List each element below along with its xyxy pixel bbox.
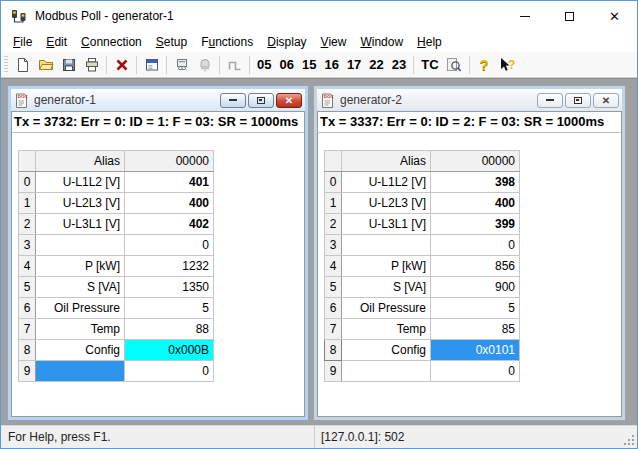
value-cell[interactable]: 398 — [431, 172, 520, 193]
menu-help[interactable]: Help — [410, 33, 449, 51]
child-restore-button[interactable] — [248, 93, 274, 108]
poll-window-generator-2[interactable]: DOC generator-2 ✕ Tx = 3337: Err = 0: ID… — [314, 86, 625, 420]
row-number[interactable]: 1 — [325, 193, 342, 214]
value-cell[interactable]: 900 — [431, 277, 520, 298]
value-cell[interactable]: 400 — [125, 193, 214, 214]
child-minimize-button[interactable] — [537, 93, 563, 108]
row-number[interactable]: 2 — [325, 214, 342, 235]
child-titlebar[interactable]: DOC generator-2 ✕ — [317, 89, 622, 111]
alias-cell[interactable]: U-L3L1 [V] — [342, 214, 431, 235]
value-cell[interactable]: 0 — [431, 361, 520, 382]
alias-cell[interactable] — [36, 235, 125, 256]
alias-cell[interactable]: Temp — [36, 319, 125, 340]
function-23-button[interactable]: 23 — [388, 57, 410, 72]
function-22-button[interactable]: 22 — [365, 57, 387, 72]
value-cell[interactable]: 399 — [431, 214, 520, 235]
tc-button[interactable]: TC — [417, 57, 442, 72]
help-question-icon[interactable]: ? — [473, 54, 496, 76]
row-number[interactable]: 0 — [325, 172, 342, 193]
row-number[interactable]: 8 — [325, 340, 342, 361]
row-number[interactable]: 2 — [19, 214, 36, 235]
alias-cell[interactable]: U-L1L2 [V] — [342, 172, 431, 193]
menu-display[interactable]: Display — [260, 33, 313, 51]
row-number[interactable]: 6 — [325, 298, 342, 319]
maximize-button[interactable] — [547, 1, 592, 31]
row-number[interactable]: 5 — [325, 277, 342, 298]
menu-connection[interactable]: Connection — [74, 33, 149, 51]
function-17-button[interactable]: 17 — [343, 57, 365, 72]
row-number[interactable]: 7 — [19, 319, 36, 340]
context-help-icon[interactable]: ? — [496, 54, 519, 76]
value-cell[interactable]: 85 — [431, 319, 520, 340]
alias-cell[interactable]: U-L1L2 [V] — [36, 172, 125, 193]
value-cell[interactable]: 400 — [431, 193, 520, 214]
toolbar-grip[interactable] — [4, 56, 8, 74]
function-06-button[interactable]: 06 — [275, 57, 297, 72]
alias-cell[interactable]: Oil Pressure — [36, 298, 125, 319]
row-number[interactable]: 3 — [19, 235, 36, 256]
function-05-button[interactable]: 05 — [253, 57, 275, 72]
row-number[interactable]: 3 — [325, 235, 342, 256]
alias-cell[interactable]: U-L3L1 [V] — [36, 214, 125, 235]
new-document-icon[interactable] — [11, 54, 34, 76]
save-floppy-icon[interactable] — [57, 54, 80, 76]
poll-definition-window-icon[interactable] — [140, 54, 163, 76]
alias-cell[interactable]: Config — [342, 340, 431, 361]
row-number[interactable]: 7 — [325, 319, 342, 340]
menu-edit[interactable]: Edit — [39, 33, 74, 51]
child-restore-button[interactable] — [565, 93, 591, 108]
monitor-icon[interactable] — [170, 54, 193, 76]
row-number[interactable]: 5 — [19, 277, 36, 298]
disconnect-x-icon[interactable] — [110, 54, 133, 76]
close-button[interactable]: ✕ — [592, 1, 637, 31]
child-minimize-button[interactable] — [220, 93, 246, 108]
alias-cell[interactable]: P [kW] — [36, 256, 125, 277]
menu-setup[interactable]: Setup — [149, 33, 194, 51]
menu-view[interactable]: View — [314, 33, 354, 51]
alias-cell[interactable] — [342, 235, 431, 256]
value-cell[interactable]: 856 — [431, 256, 520, 277]
menu-file[interactable]: File — [6, 33, 39, 51]
open-folder-icon[interactable] — [34, 54, 57, 76]
resize-grip-icon[interactable] — [624, 435, 634, 445]
poll-window-generator-1[interactable]: DOC generator-1 ✕ Tx = 3732: Err = 0: ID… — [8, 86, 308, 420]
magnifier-document-icon[interactable] — [443, 54, 466, 76]
row-number[interactable]: 9 — [325, 361, 342, 382]
print-icon[interactable] — [80, 54, 103, 76]
value-cell[interactable]: 401 — [125, 172, 214, 193]
value-cell[interactable]: 1350 — [125, 277, 214, 298]
row-number[interactable]: 1 — [19, 193, 36, 214]
menu-functions[interactable]: Functions — [194, 33, 260, 51]
value-cell[interactable]: 0 — [125, 361, 214, 382]
alias-cell[interactable]: U-L2L3 [V] — [36, 193, 125, 214]
value-cell[interactable]: 0 — [125, 235, 214, 256]
row-number[interactable]: 0 — [19, 172, 36, 193]
alias-cell[interactable]: Temp — [342, 319, 431, 340]
value-cell[interactable]: 402 — [125, 214, 214, 235]
square-wave-icon[interactable] — [223, 54, 246, 76]
value-cell[interactable]: 0 — [431, 235, 520, 256]
value-cell[interactable]: 5 — [125, 298, 214, 319]
alias-cell[interactable]: S [VA] — [36, 277, 125, 298]
function-15-button[interactable]: 15 — [298, 57, 320, 72]
menu-window[interactable]: Window — [353, 33, 410, 51]
row-number[interactable]: 8 — [19, 340, 36, 361]
value-cell[interactable]: 1232 — [125, 256, 214, 277]
row-number[interactable]: 4 — [325, 256, 342, 277]
alias-cell[interactable]: Oil Pressure — [342, 298, 431, 319]
alias-cell[interactable]: P [kW] — [342, 256, 431, 277]
value-cell[interactable]: 5 — [431, 298, 520, 319]
alias-cell[interactable] — [342, 361, 431, 382]
row-number[interactable]: 9 — [19, 361, 36, 382]
minimize-button[interactable] — [502, 1, 547, 31]
child-titlebar[interactable]: DOC generator-1 ✕ — [11, 89, 305, 111]
bell-icon[interactable] — [193, 54, 216, 76]
alias-cell[interactable]: Config — [36, 340, 125, 361]
row-number[interactable]: 6 — [19, 298, 36, 319]
child-close-button[interactable]: ✕ — [593, 93, 619, 108]
value-cell[interactable]: 0x000B — [125, 340, 214, 361]
function-16-button[interactable]: 16 — [320, 57, 342, 72]
row-number[interactable]: 4 — [19, 256, 36, 277]
alias-cell[interactable]: U-L2L3 [V] — [342, 193, 431, 214]
value-cell[interactable]: 88 — [125, 319, 214, 340]
